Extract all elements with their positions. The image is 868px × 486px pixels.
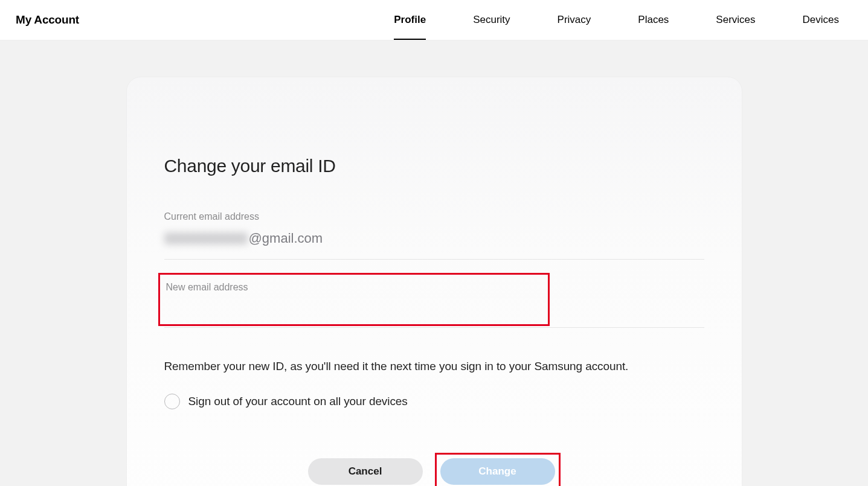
primary-nav: Profile Security Privacy Places Services… (394, 0, 852, 40)
nav-tab-profile[interactable]: Profile (394, 0, 426, 40)
nav-tab-privacy[interactable]: Privacy (558, 0, 591, 40)
current-email-value: @gmail.com (164, 231, 323, 246)
action-button-row: Cancel Change (164, 453, 704, 486)
nav-tab-devices[interactable]: Devices (803, 0, 839, 40)
site-title: My Account (16, 13, 79, 27)
content-area: Change your email ID Current email addre… (0, 40, 868, 486)
signout-checkbox-row: Sign out of your account on all your dev… (164, 394, 704, 409)
current-email-domain: @gmail.com (249, 231, 323, 246)
new-email-section: New email address (164, 273, 704, 326)
new-email-highlight-box: New email address (158, 273, 550, 326)
current-email-label: Current email address (164, 211, 704, 222)
helper-text: Remember your new ID, as you'll need it … (164, 360, 704, 373)
nav-tab-places[interactable]: Places (638, 0, 669, 40)
new-email-underline (164, 327, 704, 328)
change-button[interactable]: Change (440, 458, 555, 485)
signout-checkbox-label: Sign out of your account on all your dev… (188, 395, 408, 408)
page-heading: Change your email ID (164, 156, 704, 176)
change-email-card: Change your email ID Current email addre… (126, 77, 742, 486)
nav-tab-services[interactable]: Services (716, 0, 755, 40)
current-email-local-redacted (164, 232, 248, 245)
nav-tab-security[interactable]: Security (473, 0, 510, 40)
signout-checkbox[interactable] (164, 394, 180, 409)
current-email-field: Current email address @gmail.com (164, 211, 704, 260)
cancel-button[interactable]: Cancel (308, 458, 423, 485)
new-email-label: New email address (166, 282, 542, 293)
top-header: My Account Profile Security Privacy Plac… (0, 0, 868, 40)
new-email-input[interactable] (166, 293, 542, 316)
change-button-highlight-box: Change (435, 453, 561, 486)
